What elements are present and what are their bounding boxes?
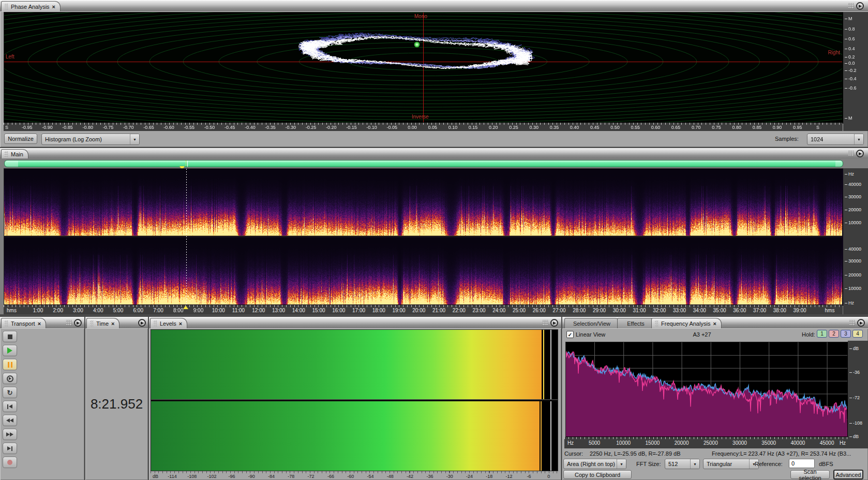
phase-panel-menu[interactable] — [848, 2, 864, 10]
main-panel-menu[interactable] — [848, 150, 864, 157]
axis-tick-label: 5:00 — [113, 308, 123, 313]
axis-tick-label: 34:00 — [693, 308, 706, 313]
audition-workspace: { "icons": { "close": "×", "dropdown_arr… — [0, 0, 868, 480]
close-icon[interactable]: × — [713, 321, 716, 326]
note-readout: A3 +27 — [671, 331, 733, 338]
normalize-button[interactable]: Normalize — [4, 134, 37, 144]
overview-left-handle[interactable] — [5, 161, 18, 167]
axis-tick-label: 36:00 — [733, 308, 746, 313]
frequency-graph[interactable] — [565, 342, 849, 438]
phase-panel-tabbar: Phase Analysis × — [0, 0, 868, 12]
timeline-ruler[interactable]: hms1:002:003:004:005:006:007:008:009:001… — [4, 305, 843, 314]
transport-panel-menu[interactable] — [66, 319, 82, 327]
hold-button-1[interactable]: 1 — [817, 330, 827, 338]
record-button[interactable] — [3, 457, 17, 468]
analysis-panel-body: ✓ Linear View A3 +27 Hold: 1234 dB-36-72… — [562, 328, 868, 480]
spectral-frequency-axis: Hz40000300002000010000400003000020000100… — [843, 168, 868, 305]
axis-tick-label: -18 — [486, 474, 492, 479]
time-panel-body: 8:21.952 — [85, 328, 148, 480]
axis-tick-label: -0.05 — [387, 125, 398, 130]
fast-forward-button[interactable] — [3, 429, 17, 440]
axis-tick-label: 0.6 — [848, 36, 855, 41]
axis-tick-label: 0.00 — [408, 125, 417, 130]
axis-tick-label: 31:00 — [633, 308, 646, 313]
area-mode-dropdown[interactable]: Area (Right on top) ▼ — [563, 459, 626, 469]
axis-tick-label: 35000 — [761, 440, 776, 446]
phase-y-axis: M0.80.60.40.20.0-0.2-0.4-0.6M — [843, 12, 868, 131]
hold-button-2[interactable]: 2 — [829, 330, 839, 338]
axis-tick-label: 0.4 — [848, 46, 855, 51]
hold-button-4[interactable]: 4 — [852, 330, 863, 338]
cursor-value: 2250 Hz, L=-25.95 dB, R=-27.89 dB — [590, 450, 681, 457]
frequency-value: L= 223.47 Hz (A3 +27), R= 253.74 Hz (B3.… — [740, 450, 868, 457]
panel-menu-icon — [74, 319, 82, 327]
axis-tick-label: -0.4 — [848, 76, 857, 81]
reference-input[interactable] — [789, 459, 815, 468]
go-to-end-button[interactable] — [3, 443, 17, 454]
samples-dropdown[interactable]: 1024 ▼ — [807, 134, 864, 145]
axis-tick-label: 26:00 — [533, 308, 546, 313]
levels-scale: dB-114-108-102-96-90-84-78-72-66-60-54-4… — [151, 471, 557, 480]
axis-tick-label: -42 — [407, 474, 413, 479]
frequency-label: Frequency: — [712, 450, 740, 457]
chevron-down-icon: ▼ — [617, 459, 626, 469]
spectral-display[interactable] — [4, 168, 844, 306]
play-looped-button[interactable]: ↻ — [3, 387, 17, 398]
overview-playhead-dotted — [186, 161, 186, 167]
tab-grip-icon — [655, 321, 659, 327]
display-mode-dropdown[interactable]: Histogram (Log Zoom) ▼ — [41, 134, 140, 145]
fft-size-dropdown[interactable]: 512 ▼ — [665, 459, 700, 469]
analysis-panel-menu[interactable] — [849, 319, 865, 327]
tab-time[interactable]: Time × — [86, 318, 119, 328]
window-type-value: Triangular — [704, 459, 749, 469]
overview-right-handle[interactable] — [835, 161, 843, 167]
axis-tick-label: 10000 — [616, 440, 631, 446]
axis-tick-label: -96 — [228, 474, 235, 479]
axis-tick-label: -12 — [506, 474, 513, 479]
panel-menu-icon — [550, 319, 558, 327]
copy-to-clipboard-button[interactable]: Copy to Clipboard — [563, 470, 632, 479]
play-from-cursor-button[interactable] — [3, 373, 17, 384]
close-icon[interactable]: × — [38, 321, 41, 326]
window-type-dropdown[interactable]: Triangular ▼ — [703, 459, 759, 469]
playhead-handle-bottom-icon[interactable] — [183, 306, 188, 309]
play-button[interactable] — [3, 345, 17, 356]
axis-tick-label: -0.65 — [143, 125, 154, 130]
axis-tick-label: 23:00 — [472, 308, 485, 313]
rewind-button[interactable] — [3, 415, 17, 426]
axis-tick-label: -0.10 — [366, 125, 377, 130]
stop-button[interactable] — [3, 331, 17, 342]
advanced-button[interactable]: Advanced — [833, 470, 863, 479]
go-to-beginning-button[interactable] — [3, 401, 17, 412]
axis-tick-label: 0.70 — [692, 125, 701, 130]
tab-levels[interactable]: Levels × — [150, 318, 187, 328]
levels-panel-menu[interactable] — [543, 319, 558, 327]
phase-x-axis: S-0.95-0.90-0.85-0.80-0.75-0.70-0.65-0.6… — [4, 123, 843, 131]
axis-tick-label: S — [5, 125, 8, 130]
axis-tick-label: 33:00 — [673, 308, 686, 313]
axis-tick-label: -48 — [387, 474, 394, 479]
axis-tick-label: 32:00 — [653, 308, 666, 313]
level-meters[interactable] — [151, 329, 558, 471]
tab-transport[interactable]: Transport × — [1, 318, 46, 328]
scan-selection-button[interactable]: Scan selection — [790, 470, 830, 479]
frequency-hz-axis: Hz50001000015000200002500030000350004000… — [564, 437, 848, 448]
tab-main[interactable]: Main — [1, 149, 28, 158]
axis-tick-label: -54 — [367, 474, 373, 479]
hold-button-3[interactable]: 3 — [841, 330, 851, 338]
clip-zone-divider — [550, 401, 551, 471]
close-icon[interactable]: × — [179, 321, 182, 326]
tab-phase-analysis[interactable]: Phase Analysis × — [1, 1, 61, 11]
axis-tick-label: -0.40 — [245, 125, 256, 130]
overview-scrollbar[interactable] — [4, 160, 843, 167]
tab-selection-view[interactable]: Selection/View — [564, 318, 621, 328]
time-panel-menu[interactable] — [138, 319, 146, 327]
linear-view-checkbox[interactable]: ✓ — [566, 331, 574, 338]
close-icon[interactable]: × — [52, 4, 55, 9]
pause-button[interactable] — [3, 359, 17, 370]
close-icon[interactable]: × — [111, 321, 114, 326]
tab-effects[interactable]: Effects — [617, 318, 656, 328]
tab-frequency-analysis[interactable]: Frequency Analysis × — [651, 318, 722, 328]
axis-tick-label: 0.75 — [712, 125, 721, 130]
axis-tick-label: -0.50 — [204, 125, 215, 130]
